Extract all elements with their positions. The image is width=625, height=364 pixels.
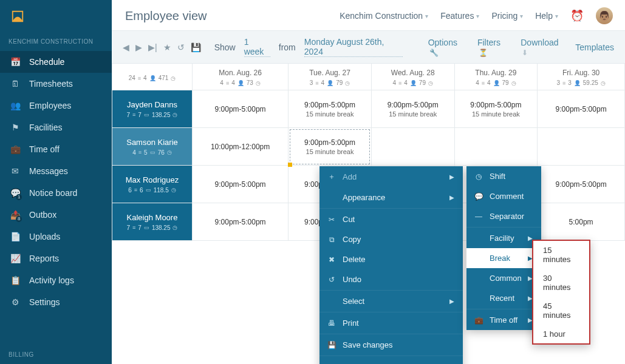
save-icon[interactable]: 💾 bbox=[191, 42, 201, 52]
schedule-cell[interactable] bbox=[538, 128, 625, 166]
ctx-copy[interactable]: ⧉Copy bbox=[319, 229, 463, 249]
sub-facility[interactable]: Facility▶ bbox=[466, 228, 541, 248]
sidebar-item-label: Activity logs bbox=[29, 275, 74, 285]
schedule-cell[interactable] bbox=[454, 128, 538, 166]
schedule-cell[interactable]: 9:00pm-5:00pm bbox=[538, 166, 625, 203]
day-header: Tue. Aug. 273≡ 4👤 79◷ bbox=[289, 64, 372, 90]
day-label: Fri. Aug. 30 bbox=[540, 69, 622, 77]
sidebar-item-label: Reports bbox=[29, 254, 59, 263]
employee-name: Samson Kiarie bbox=[117, 138, 187, 147]
alarm-icon[interactable]: ⏰ bbox=[570, 9, 584, 22]
sidebar-item-reports[interactable]: 📈Reports bbox=[0, 248, 112, 269]
sidebar-item-facilities[interactable]: ⚑Facilities bbox=[0, 116, 112, 138]
employee-name: Jayden Danns bbox=[117, 100, 187, 109]
ctx-cut[interactable]: ✂Cut bbox=[319, 209, 463, 229]
ctx-label: Separator bbox=[490, 212, 524, 221]
ctx-label: Undo bbox=[343, 275, 361, 284]
schedule-cell[interactable]: 10:00pm-12:00pm bbox=[193, 128, 289, 166]
break-option[interactable]: 15 minutes bbox=[533, 241, 589, 269]
chevron-right-icon: ▶ bbox=[449, 194, 454, 201]
schedule-cell[interactable]: 9:00pm-5:00pm bbox=[193, 166, 289, 203]
sidebar-item-timesheets[interactable]: 🗓Timesheets bbox=[0, 73, 112, 95]
break-option[interactable]: 1 hour bbox=[533, 325, 589, 343]
sidebar-item-label: Uploads bbox=[29, 232, 60, 241]
sidebar-item-messages[interactable]: ✉Messages bbox=[0, 160, 112, 182]
schedule-cell[interactable]: 9:00pm-5:00pm bbox=[193, 90, 289, 128]
sub-break[interactable]: Break▶ bbox=[466, 248, 541, 268]
context-submenu-break: 15 minutes 30 minutes 45 minutes 1 hour bbox=[532, 240, 590, 345]
today-icon[interactable]: ▶| bbox=[148, 42, 157, 52]
ctx-undo[interactable]: ↺Undo bbox=[319, 269, 463, 289]
schedule-cell[interactable]: 9:00pm-5:00pm bbox=[193, 203, 289, 241]
schedule-cell[interactable]: 9:00pm-5:00pm15 minute break bbox=[289, 128, 372, 166]
sidebar-item-uploads[interactable]: 📄Uploads bbox=[0, 226, 112, 248]
ctx-label: Save changes bbox=[343, 340, 392, 349]
ctx-message[interactable]: ✉Send a message to Samson Kiarie bbox=[319, 357, 463, 364]
avatar[interactable]: 👨🏽 bbox=[596, 7, 613, 24]
undo-icon[interactable]: ↺ bbox=[177, 42, 185, 52]
sub-shift[interactable]: ◷Shift bbox=[466, 166, 541, 186]
filters-link[interactable]: Filters ⏳ bbox=[477, 38, 512, 57]
ctx-add[interactable]: ＋Add▶ bbox=[319, 166, 463, 187]
employee-rowhead[interactable]: Jayden Danns7≡ 7▭ 138.25◷ bbox=[112, 90, 193, 128]
ctx-label: Facility bbox=[490, 234, 514, 243]
sidebar-item-employees[interactable]: 👥Employees bbox=[0, 95, 112, 116]
clock-icon: ◷ bbox=[474, 172, 483, 181]
sidebar: KENCHIM CONSTRUCTION 📅Schedule 🗓Timeshee… bbox=[0, 0, 112, 364]
schedule-cell[interactable]: 9:00pm-5:00pm15 minute break bbox=[454, 90, 538, 128]
shift-sub: 15 minute break bbox=[289, 110, 371, 118]
shift-time: 9:00pm-5:00pm bbox=[215, 218, 266, 226]
ctx-print[interactable]: 🖶Print bbox=[319, 313, 463, 333]
sub-comment[interactable]: 💬Comment bbox=[466, 186, 541, 206]
sidebar-item-schedule[interactable]: 📅Schedule bbox=[0, 51, 112, 73]
ctx-appearance[interactable]: Appearance▶ bbox=[319, 187, 463, 207]
mail-icon: ✉ bbox=[10, 166, 21, 176]
schedule-cell[interactable]: 9:00pm-5:00pm15 minute break bbox=[371, 90, 454, 128]
schedule-cell[interactable]: 5:00pm bbox=[538, 203, 625, 241]
delete-icon: ✖ bbox=[327, 255, 336, 264]
schedule-cell[interactable]: 9:00pm-5:00pm bbox=[538, 90, 625, 128]
topnav-company[interactable]: Kenchim Construction▾ bbox=[340, 11, 428, 21]
schedule-cell[interactable]: 9:00pm-5:00pm15 minute break bbox=[289, 90, 372, 128]
context-menu: ＋Add▶ Appearance▶ ✂Cut ⧉Copy ✖Delete ↺Un… bbox=[319, 166, 463, 364]
options-link[interactable]: Options 🔧 bbox=[428, 38, 469, 57]
day-label: Mon. Aug. 26 bbox=[195, 69, 285, 77]
prev-icon[interactable]: ◀ bbox=[123, 42, 129, 52]
employee-rowhead[interactable]: Kaleigh Moore7≡ 7▭ 138.25◷ bbox=[112, 203, 193, 241]
ctx-label: Add bbox=[343, 172, 357, 181]
next-icon[interactable]: ▶ bbox=[135, 42, 142, 52]
sidebar-item-outbox[interactable]: 📤Outbox8 bbox=[0, 204, 112, 226]
break-option[interactable]: 45 minutes bbox=[533, 297, 589, 325]
topnav-help[interactable]: Help▾ bbox=[535, 11, 558, 21]
range-link[interactable]: 1 week bbox=[244, 37, 270, 57]
topnav-pricing[interactable]: Pricing▾ bbox=[491, 11, 523, 21]
ctx-delete[interactable]: ✖Delete bbox=[319, 249, 463, 269]
sidebar-item-settings[interactable]: ⚙Settings bbox=[0, 291, 112, 313]
sub-timeoff[interactable]: 💼Time off▶ bbox=[466, 310, 541, 330]
sub-recent[interactable]: Recent▶ bbox=[466, 288, 541, 308]
filter-icon: ⏳ bbox=[479, 49, 488, 57]
date-link[interactable]: Monday August 26th, 2024 bbox=[304, 37, 403, 57]
day-header: Fri. Aug. 303≡ 3👤 59.25◷ bbox=[538, 64, 625, 90]
star-icon[interactable]: ★ bbox=[163, 42, 171, 52]
templates-link[interactable]: Templates bbox=[575, 42, 614, 52]
schedule-cell[interactable] bbox=[371, 128, 454, 166]
show-label: Show bbox=[214, 42, 236, 52]
download-link[interactable]: Download ⬇ bbox=[521, 38, 567, 57]
sub-separator[interactable]: —Separator bbox=[466, 206, 541, 226]
sidebar-item-label: Schedule bbox=[29, 57, 64, 67]
employee-rowhead[interactable]: Samson Kiarie4≡ 5▭ 76◷ bbox=[112, 128, 193, 166]
break-option[interactable]: 30 minutes bbox=[533, 269, 589, 297]
options-label: Options bbox=[428, 38, 457, 47]
sub-common[interactable]: Common▶ bbox=[466, 268, 541, 288]
ctx-select[interactable]: Select▶ bbox=[319, 291, 463, 311]
sidebar-item-timeoff[interactable]: 💼Time off bbox=[0, 138, 112, 160]
sidebar-item-noticeboard[interactable]: 💬Notice board1 bbox=[0, 182, 112, 204]
chevron-right-icon: ▶ bbox=[449, 174, 454, 180]
sidebar-item-label: Timesheets bbox=[29, 79, 73, 89]
ctx-save[interactable]: 💾Save changes bbox=[319, 335, 463, 355]
sidebar-item-activity[interactable]: 📋Activity logs bbox=[0, 269, 112, 291]
topnav-features[interactable]: Features▾ bbox=[440, 11, 479, 21]
employee-rowhead[interactable]: Max Rodriguez6≡ 6▭ 118.5◷ bbox=[112, 166, 193, 203]
shift-time: 9:00pm-5:00pm bbox=[556, 180, 607, 189]
